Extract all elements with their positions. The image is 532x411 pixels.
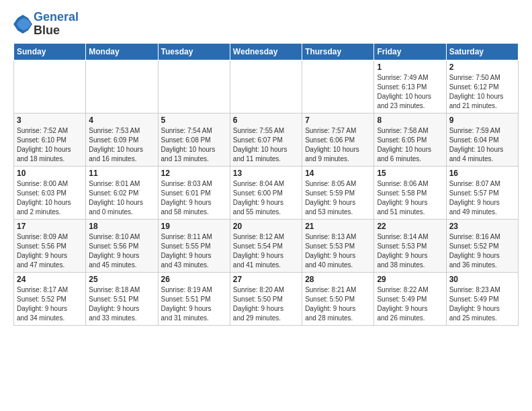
week-row-4: 24Sunrise: 8:17 AMSunset: 5:52 PMDayligh…	[14, 272, 519, 325]
day-info: Sunrise: 8:18 AMSunset: 5:51 PMDaylight:…	[89, 285, 154, 323]
day-info: Sunrise: 8:12 AMSunset: 5:54 PMDaylight:…	[233, 232, 299, 270]
page: General Blue SundayMondayTuesdayWednesda…	[0, 0, 532, 332]
day-info: Sunrise: 8:04 AMSunset: 6:00 PMDaylight:…	[233, 179, 299, 217]
day-info: Sunrise: 8:00 AMSunset: 6:03 PMDaylight:…	[17, 179, 83, 217]
week-row-0: 1Sunrise: 7:49 AMSunset: 6:13 PMDaylight…	[14, 60, 519, 113]
day-number: 13	[233, 169, 299, 178]
day-cell: 13Sunrise: 8:04 AMSunset: 6:00 PMDayligh…	[230, 166, 302, 219]
day-number: 4	[89, 116, 154, 125]
day-cell	[158, 60, 230, 113]
day-number: 28	[305, 275, 371, 284]
day-cell	[230, 60, 302, 113]
day-cell: 29Sunrise: 8:22 AMSunset: 5:49 PMDayligh…	[374, 272, 446, 325]
day-number: 8	[377, 116, 443, 125]
day-cell: 2Sunrise: 7:50 AMSunset: 6:12 PMDaylight…	[446, 60, 518, 113]
day-cell: 16Sunrise: 8:07 AMSunset: 5:57 PMDayligh…	[446, 166, 518, 219]
day-info: Sunrise: 8:23 AMSunset: 5:49 PMDaylight:…	[449, 285, 515, 323]
day-cell: 23Sunrise: 8:16 AMSunset: 5:52 PMDayligh…	[446, 219, 518, 272]
day-cell	[86, 60, 158, 113]
day-info: Sunrise: 8:11 AMSunset: 5:55 PMDaylight:…	[161, 232, 227, 270]
day-number: 19	[161, 222, 227, 231]
day-info: Sunrise: 7:50 AMSunset: 6:12 PMDaylight:…	[449, 73, 515, 111]
day-cell: 27Sunrise: 8:20 AMSunset: 5:50 PMDayligh…	[230, 272, 302, 325]
day-number: 7	[305, 116, 371, 125]
day-number: 20	[233, 222, 299, 231]
day-number: 15	[377, 169, 443, 178]
day-info: Sunrise: 8:05 AMSunset: 5:59 PMDaylight:…	[305, 179, 371, 217]
day-number: 25	[89, 275, 154, 284]
week-row-1: 3Sunrise: 7:52 AMSunset: 6:10 PMDaylight…	[14, 113, 519, 166]
day-cell: 5Sunrise: 7:54 AMSunset: 6:08 PMDaylight…	[158, 113, 230, 166]
day-cell: 11Sunrise: 8:01 AMSunset: 6:02 PMDayligh…	[86, 166, 158, 219]
day-cell: 18Sunrise: 8:10 AMSunset: 5:56 PMDayligh…	[86, 219, 158, 272]
day-info: Sunrise: 8:17 AMSunset: 5:52 PMDaylight:…	[17, 285, 83, 323]
header: General Blue	[13, 11, 519, 38]
calendar-table: SundayMondayTuesdayWednesdayThursdayFrid…	[13, 43, 519, 326]
day-cell: 19Sunrise: 8:11 AMSunset: 5:55 PMDayligh…	[158, 219, 230, 272]
day-cell: 12Sunrise: 8:03 AMSunset: 6:01 PMDayligh…	[158, 166, 230, 219]
day-info: Sunrise: 8:16 AMSunset: 5:52 PMDaylight:…	[449, 232, 515, 270]
day-number: 9	[449, 116, 515, 125]
day-info: Sunrise: 7:54 AMSunset: 6:08 PMDaylight:…	[161, 126, 227, 164]
day-number: 21	[305, 222, 371, 231]
day-number: 16	[449, 169, 515, 178]
day-cell: 10Sunrise: 8:00 AMSunset: 6:03 PMDayligh…	[14, 166, 86, 219]
day-cell: 17Sunrise: 8:09 AMSunset: 5:56 PMDayligh…	[14, 219, 86, 272]
logo: General Blue	[13, 11, 79, 38]
day-info: Sunrise: 7:59 AMSunset: 6:04 PMDaylight:…	[449, 126, 515, 164]
day-cell: 15Sunrise: 8:06 AMSunset: 5:58 PMDayligh…	[374, 166, 446, 219]
calendar-header: SundayMondayTuesdayWednesdayThursdayFrid…	[14, 43, 519, 60]
day-number: 12	[161, 169, 227, 178]
day-number: 29	[377, 275, 443, 284]
day-number: 6	[233, 116, 299, 125]
day-cell	[302, 60, 374, 113]
day-cell: 14Sunrise: 8:05 AMSunset: 5:59 PMDayligh…	[302, 166, 374, 219]
day-info: Sunrise: 7:55 AMSunset: 6:07 PMDaylight:…	[233, 126, 299, 164]
day-number: 23	[449, 222, 515, 231]
header-friday: Friday	[374, 43, 446, 60]
day-number: 30	[449, 275, 515, 284]
day-number: 24	[17, 275, 83, 284]
day-cell: 7Sunrise: 7:57 AMSunset: 6:06 PMDaylight…	[302, 113, 374, 166]
day-number: 10	[17, 169, 83, 178]
day-number: 22	[377, 222, 443, 231]
calendar-body: 1Sunrise: 7:49 AMSunset: 6:13 PMDaylight…	[14, 60, 519, 325]
day-cell: 28Sunrise: 8:21 AMSunset: 5:50 PMDayligh…	[302, 272, 374, 325]
header-tuesday: Tuesday	[158, 43, 230, 60]
day-cell: 9Sunrise: 7:59 AMSunset: 6:04 PMDaylight…	[446, 113, 518, 166]
day-info: Sunrise: 7:53 AMSunset: 6:09 PMDaylight:…	[89, 126, 154, 164]
day-info: Sunrise: 8:07 AMSunset: 5:57 PMDaylight:…	[449, 179, 515, 217]
day-info: Sunrise: 8:09 AMSunset: 5:56 PMDaylight:…	[17, 232, 83, 270]
day-number: 17	[17, 222, 83, 231]
day-info: Sunrise: 7:49 AMSunset: 6:13 PMDaylight:…	[377, 73, 443, 111]
header-wednesday: Wednesday	[230, 43, 302, 60]
day-number: 5	[161, 116, 227, 125]
day-cell: 20Sunrise: 8:12 AMSunset: 5:54 PMDayligh…	[230, 219, 302, 272]
logo-text: General Blue	[34, 11, 79, 38]
day-info: Sunrise: 8:10 AMSunset: 5:56 PMDaylight:…	[89, 232, 154, 270]
day-info: Sunrise: 8:14 AMSunset: 5:53 PMDaylight:…	[377, 232, 443, 270]
day-cell: 30Sunrise: 8:23 AMSunset: 5:49 PMDayligh…	[446, 272, 518, 325]
logo-icon	[13, 15, 32, 34]
header-saturday: Saturday	[446, 43, 518, 60]
day-number: 11	[89, 169, 154, 178]
day-cell	[14, 60, 86, 113]
day-cell: 8Sunrise: 7:58 AMSunset: 6:05 PMDaylight…	[374, 113, 446, 166]
day-number: 2	[449, 62, 515, 72]
day-cell: 25Sunrise: 8:18 AMSunset: 5:51 PMDayligh…	[86, 272, 158, 325]
day-number: 14	[305, 169, 371, 178]
day-number: 3	[17, 116, 83, 125]
day-cell: 1Sunrise: 7:49 AMSunset: 6:13 PMDaylight…	[374, 60, 446, 113]
day-cell: 3Sunrise: 7:52 AMSunset: 6:10 PMDaylight…	[14, 113, 86, 166]
day-number: 18	[89, 222, 154, 231]
week-row-3: 17Sunrise: 8:09 AMSunset: 5:56 PMDayligh…	[14, 219, 519, 272]
day-info: Sunrise: 7:52 AMSunset: 6:10 PMDaylight:…	[17, 126, 83, 164]
day-info: Sunrise: 8:01 AMSunset: 6:02 PMDaylight:…	[89, 179, 154, 217]
header-monday: Monday	[86, 43, 158, 60]
day-info: Sunrise: 8:03 AMSunset: 6:01 PMDaylight:…	[161, 179, 227, 217]
day-cell: 4Sunrise: 7:53 AMSunset: 6:09 PMDaylight…	[86, 113, 158, 166]
header-sunday: Sunday	[14, 43, 86, 60]
day-info: Sunrise: 8:22 AMSunset: 5:49 PMDaylight:…	[377, 285, 443, 323]
day-info: Sunrise: 7:58 AMSunset: 6:05 PMDaylight:…	[377, 126, 443, 164]
day-cell: 26Sunrise: 8:19 AMSunset: 5:51 PMDayligh…	[158, 272, 230, 325]
